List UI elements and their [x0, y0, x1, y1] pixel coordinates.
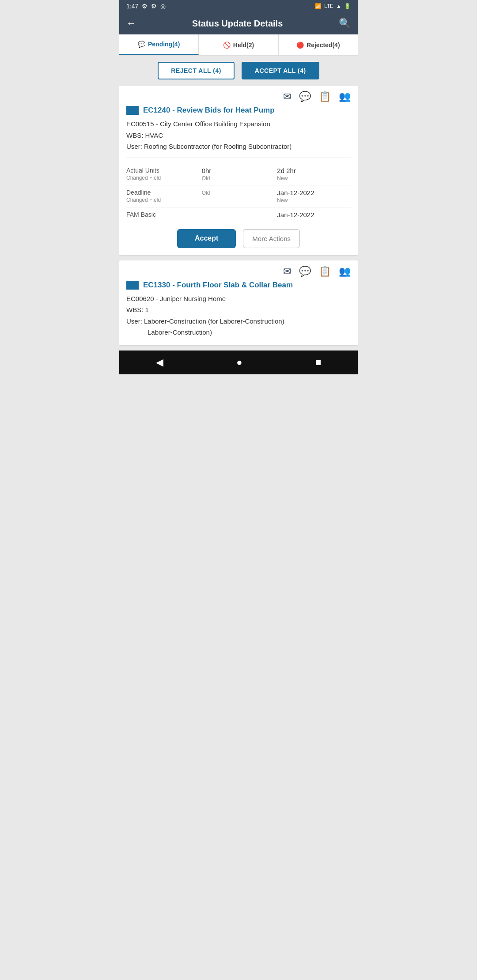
card-1-user: User: Roofing Subcontractor (for Roofing… [126, 141, 351, 152]
card-1: ✉ 💬 📋 👥 EC1240 - Review Bids for Heat Pu… [119, 86, 358, 255]
card-1-wbs: WBS: HVAC [126, 130, 351, 141]
chat-icon-2[interactable]: 💬 [299, 266, 311, 277]
held-icon: 🚫 [223, 41, 231, 49]
more-actions-button-1[interactable]: More Actions [243, 229, 300, 248]
status-time: 1:47 [126, 3, 138, 10]
wifi-icon: 📶 [315, 3, 322, 9]
field-actual-units-new-val: 2d 2hr [277, 167, 351, 174]
field-deadline-new-val: Jan-12-2022 [277, 189, 351, 196]
card-2-user: User: Laborer-Construction (for Laborer-… [126, 316, 351, 327]
chat-icon-1[interactable]: 💬 [299, 91, 311, 102]
home-nav-button[interactable]: ● [236, 357, 242, 368]
settings2-icon: ⚙ [151, 3, 157, 10]
battery-icon: 🔋 [344, 3, 351, 9]
tab-pending[interactable]: 💬 Pending(4) [119, 34, 199, 55]
card-1-color-bar [126, 106, 139, 115]
card-2: ✉ 💬 📋 👥 EC1330 - Fourth Floor Slab & Col… [119, 260, 358, 345]
tab-held[interactable]: 🚫 Held(2) [199, 34, 278, 55]
at-icon: ◎ [160, 3, 166, 10]
mail-icon-1[interactable]: ✉ [283, 91, 291, 102]
team-icon-2[interactable]: 👥 [339, 266, 351, 277]
field-row-fam-basic: FAM Basic Jan-12-2022 [126, 207, 351, 222]
search-button[interactable]: 🔍 [339, 18, 351, 29]
pending-icon: 💬 [138, 41, 145, 48]
reject-all-button[interactable]: REJECT ALL (4) [158, 62, 235, 79]
recent-nav-button[interactable]: ■ [315, 357, 321, 368]
card-2-title-row: EC1330 - Fourth Floor Slab & Collar Beam [119, 281, 358, 293]
list-icon-2[interactable]: 📋 [319, 266, 331, 277]
back-nav-button[interactable]: ◀ [156, 357, 163, 368]
field-deadline-label: Deadline [126, 189, 200, 196]
lte-label: LTE [324, 3, 333, 9]
field-deadline-sub: Changed Field [126, 197, 200, 203]
card-2-title[interactable]: EC1330 - Fourth Floor Slab & Collar Beam [143, 281, 293, 290]
field-actual-units-old-label: Old [202, 175, 276, 181]
card-1-fields: Actual Units Changed Field 0hr Old 2d 2h… [119, 163, 358, 222]
card-1-actions: Accept More Actions [119, 222, 358, 248]
tab-rejected-label: Rejected(4) [307, 41, 340, 49]
field-deadline-new-label: New [277, 197, 351, 204]
rejected-icon: 🔴 [296, 41, 304, 49]
card-2-icons: ✉ 💬 📋 👥 [119, 260, 358, 281]
field-row-deadline: Deadline Changed Field Old Jan-12-2022 N… [126, 185, 351, 207]
status-bar: 1:47 ⚙ ⚙ ◎ 📶 LTE ▲ 🔋 [119, 0, 358, 12]
tab-held-label: Held(2) [233, 41, 254, 49]
card-2-user-cont: Laborer-Construction) [126, 327, 351, 338]
field-actual-units-new-label: New [277, 175, 351, 181]
card-2-meta: EC00620 - Juniper Nursing Home WBS: 1 Us… [119, 293, 358, 338]
page-title: Status Update Details [136, 19, 339, 29]
nav-bar: ◀ ● ■ [119, 351, 358, 374]
card-2-color-bar [126, 281, 139, 290]
card-2-wbs: WBS: 1 [126, 304, 351, 316]
signal-icon: ▲ [336, 3, 341, 9]
tab-rejected[interactable]: 🔴 Rejected(4) [279, 34, 358, 55]
settings-icon: ⚙ [142, 3, 148, 10]
mail-icon-2[interactable]: ✉ [283, 266, 291, 277]
tab-pending-label: Pending(4) [148, 41, 180, 48]
field-actual-units-old-val: 0hr [202, 167, 276, 174]
card-2-project: EC00620 - Juniper Nursing Home [126, 293, 351, 305]
list-icon-1[interactable]: 📋 [319, 91, 331, 102]
tab-bar: 💬 Pending(4) 🚫 Held(2) 🔴 Rejected(4) [119, 34, 358, 56]
accept-all-button[interactable]: ACCEPT ALL (4) [242, 62, 319, 79]
field-row-actual-units: Actual Units Changed Field 0hr Old 2d 2h… [126, 163, 351, 185]
field-fam-label: FAM Basic [126, 211, 200, 218]
card-1-icons: ✉ 💬 📋 👥 [119, 86, 358, 106]
card-1-divider [126, 158, 351, 158]
status-indicators: 📶 LTE ▲ 🔋 [315, 3, 351, 9]
field-actual-units-label: Actual Units [126, 167, 200, 174]
card-1-meta: EC00515 - City Center Office Building Ex… [119, 118, 358, 152]
card-1-title-row: EC1240 - Review Bids for Heat Pump [119, 106, 358, 118]
card-1-project: EC00515 - City Center Office Building Ex… [126, 118, 351, 130]
team-icon-1[interactable]: 👥 [339, 91, 351, 102]
accept-button-1[interactable]: Accept [177, 229, 236, 248]
action-bar: REJECT ALL (4) ACCEPT ALL (4) [119, 56, 358, 86]
field-actual-units-sub: Changed Field [126, 175, 200, 181]
header: ← Status Update Details 🔍 [119, 12, 358, 34]
field-deadline-old-label: Old [202, 190, 276, 196]
back-button[interactable]: ← [126, 18, 136, 29]
field-fam-new-val: Jan-12-2022 [277, 211, 351, 219]
card-1-title[interactable]: EC1240 - Review Bids for Heat Pump [143, 106, 275, 115]
